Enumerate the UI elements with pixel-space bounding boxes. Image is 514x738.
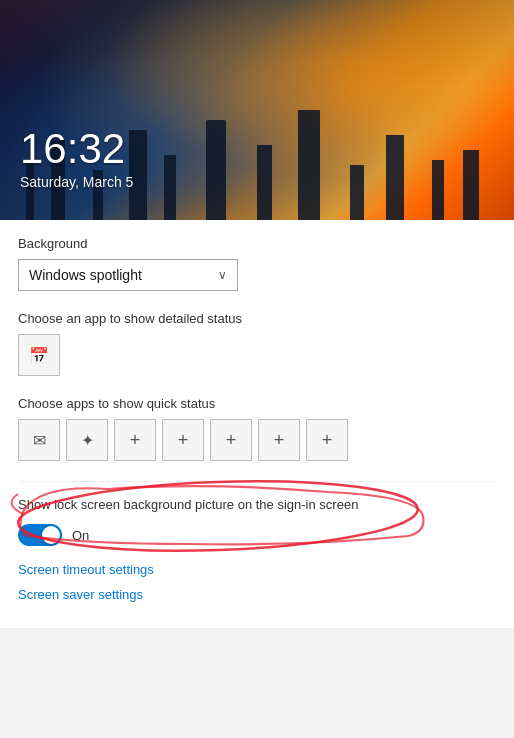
plus-icon: + bbox=[226, 430, 237, 451]
lock-screen-toggle-section: Show lock screen background picture on t… bbox=[18, 496, 496, 546]
settings-content: Background Windows spotlight ∨ Choose an… bbox=[0, 220, 514, 628]
preview-time: 16:32 bbox=[20, 128, 133, 170]
building bbox=[164, 155, 176, 220]
background-label: Background bbox=[18, 236, 496, 251]
building bbox=[298, 110, 320, 220]
add-quick-status-4[interactable]: + bbox=[258, 419, 300, 461]
sun-icon: ✦ bbox=[81, 431, 94, 450]
toggle-row: On bbox=[18, 524, 496, 546]
lock-screen-toggle[interactable] bbox=[18, 524, 62, 546]
background-dropdown[interactable]: Windows spotlight ∨ bbox=[18, 259, 238, 291]
weather-app-icon[interactable]: ✦ bbox=[66, 419, 108, 461]
building bbox=[257, 145, 272, 220]
mail-app-icon[interactable]: ✉ bbox=[18, 419, 60, 461]
detailed-status-label: Choose an app to show detailed status bbox=[18, 311, 496, 326]
lock-screen-toggle-label: Show lock screen background picture on t… bbox=[18, 496, 496, 514]
building bbox=[206, 120, 226, 220]
preview-date: Saturday, March 5 bbox=[20, 174, 133, 190]
quick-status-grid: ✉ ✦ + + + + + bbox=[18, 419, 496, 461]
lock-screen-preview: 16:32 Saturday, March 5 bbox=[0, 0, 514, 220]
building bbox=[432, 160, 444, 220]
building bbox=[386, 135, 404, 220]
building bbox=[350, 165, 364, 220]
add-quick-status-1[interactable]: + bbox=[114, 419, 156, 461]
calendar-app-icon[interactable]: 📅 bbox=[18, 334, 60, 376]
plus-icon: + bbox=[130, 430, 141, 451]
detailed-status-grid: 📅 bbox=[18, 334, 496, 376]
preview-time-display: 16:32 Saturday, March 5 bbox=[20, 128, 133, 190]
chevron-down-icon: ∨ bbox=[218, 268, 227, 282]
plus-icon: + bbox=[178, 430, 189, 451]
screen-timeout-link[interactable]: Screen timeout settings bbox=[18, 562, 496, 577]
settings-panel: 16:32 Saturday, March 5 Background Windo… bbox=[0, 0, 514, 628]
lock-screen-section: Show lock screen background picture on t… bbox=[18, 481, 496, 546]
add-quick-status-5[interactable]: + bbox=[306, 419, 348, 461]
toggle-state-label: On bbox=[72, 528, 89, 543]
quick-status-label: Choose apps to show quick status bbox=[18, 396, 496, 411]
plus-icon: + bbox=[322, 430, 333, 451]
add-quick-status-3[interactable]: + bbox=[210, 419, 252, 461]
dropdown-value: Windows spotlight bbox=[29, 267, 142, 283]
screen-saver-link[interactable]: Screen saver settings bbox=[18, 587, 496, 602]
plus-icon: + bbox=[274, 430, 285, 451]
building bbox=[463, 150, 479, 220]
calendar-icon: 📅 bbox=[29, 346, 49, 365]
add-quick-status-2[interactable]: + bbox=[162, 419, 204, 461]
mail-icon: ✉ bbox=[33, 431, 46, 450]
